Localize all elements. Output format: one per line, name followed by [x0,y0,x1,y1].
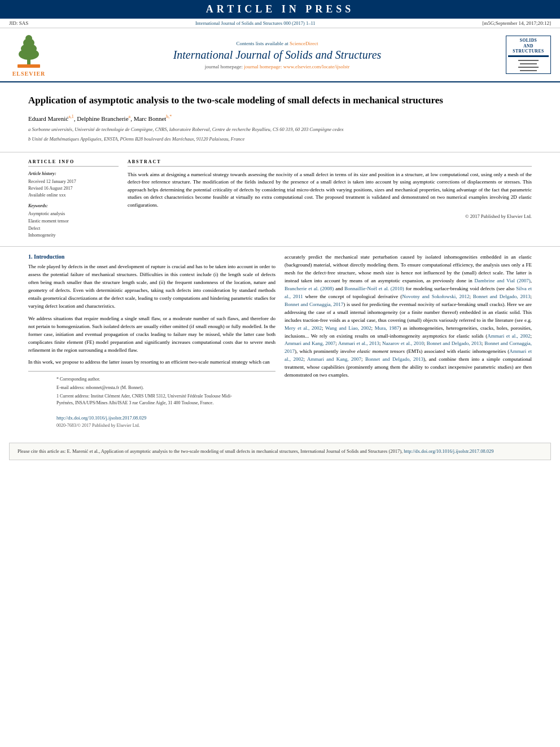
elsevier-logo: ELSEVIER [9,33,49,77]
keyword-3: Defect [28,225,119,233]
keywords-list: Asymptotic analysis Elastic moment tenso… [28,211,119,239]
ref-bonnaillie-2010[interactable]: Bonnaillie-Noël et al. (2010) [344,286,404,291]
article-info-header: ARTICLE INFO [28,159,119,167]
main-column-left: 1. Introduction The role played by defec… [28,254,275,431]
author-brancherie-sup: a [129,114,131,119]
section-number: 1. [28,254,33,260]
license-line: 0020-7683/© 2017 Published by Elsevier L… [28,423,275,431]
ref-bonnet-delgado-2013b[interactable]: Bonnet and Delgado, 2013 [427,340,482,346]
ref-ammari-2013[interactable]: Ammari et al., 2013 [338,340,379,346]
ref-ammari-kang-2007b[interactable]: Ammari and Kang, 2007 [307,356,361,362]
article-title-section: Application of asymptotic analysis to th… [0,82,560,152]
email-footnote: E-mail address: mbonnet@ensta.fr (M. Bon… [56,385,247,391]
keyword-1: Asymptotic analysis [28,211,119,218]
ref-wang-liao-2002[interactable]: Wang and Liao, 2002 [325,325,371,331]
abstract-column: ABSTRACT This work aims at designing a n… [128,159,532,239]
emt-term: elastic moment tensors [357,348,405,354]
author-bonnet: Marc Bonnet [134,115,167,121]
keywords-label: Keywords: [28,203,119,208]
abstract-header: ABSTRACT [128,159,532,167]
available-online: Available online xxx [28,192,119,199]
ref-ammari-kang-2007[interactable]: Ammari and Kang, 2007 [285,340,335,346]
journal-right-logo: SOLIDSANDSTRUCTURES ▬▬▬▬▬▬▬▬▬▬▬▬▬▬▬▬▬▬▬▬… [506,36,551,74]
email-footnote-label: E-mail address: [56,385,85,390]
right-logo-lines: ▬▬▬▬▬▬▬▬▬▬▬▬▬▬▬▬▬▬▬▬▬▬ [508,58,549,72]
right-logo-title: SOLIDSANDSTRUCTURES [508,38,549,54]
elsevier-tree-icon [9,33,49,69]
intro-paragraph-1: The role played by defects in the onset … [28,263,275,311]
revised-date: Revised 16 August 2017 [28,185,119,192]
right-logo-bar [508,55,549,57]
jid-label: JID: SAS [9,20,28,26]
sciencedirect-line: Contents lists available at ScienceDirec… [49,41,506,46]
citation-box: Please cite this article as: E. Marenić … [9,443,551,460]
email-link[interactable]: mbonnet@ensta.fr [86,385,119,390]
ref-bonnet-cornaggia-2017[interactable]: Bonnet and Cornaggia, 2017 [285,302,343,307]
svg-point-5 [25,35,32,42]
elsevier-label: ELSEVIER [12,71,46,77]
section-1-title: 1. Introduction [28,254,275,260]
ref-mery-2002[interactable]: Mery et al., 2002 [285,325,322,331]
ref-nazarov-2010[interactable]: Nazarov et al., 2010 [382,340,424,346]
journal-title: International Journal of Solids and Stru… [49,49,506,62]
affiliation-b: b Unité de Mathématiques Appliquées, ENS… [28,136,532,143]
keyword-4: Inhomogeneity [28,232,119,239]
top-meta: JID: SAS International Journal of Solids… [0,19,560,28]
article-main-title: Application of asymptotic analysis to th… [28,94,532,107]
footnote-1: 1 Current address: Institut Clément Ader… [56,393,247,407]
author-marenic-sup: a,1 [68,114,74,119]
section-label: Introduction [34,254,64,260]
right-col-paragraph-1: accurately predict the mechanical state … [285,254,532,379]
ref-ammari-2002[interactable]: Ammari et al., 2002 [487,333,530,339]
ref-novotny-2012[interactable]: Novotny and Sokołowski, 2012 [402,294,469,299]
doi-line: http://dx.doi.org/10.1016/j.ijsolstr.201… [28,413,275,423]
article-in-press-banner: ARTICLE IN PRESS [0,0,560,19]
citation-doi-link[interactable]: http://dx.doi.org/10.1016/j.ijsolstr.201… [404,448,493,454]
intro-paragraph-2: We address situations that require model… [28,315,275,355]
author-brancherie: Delphine Brancherie [77,115,128,121]
author-marenic: Eduard Marenić [28,115,68,121]
svg-rect-6 [18,64,40,68]
journal-center: Contents lists available at ScienceDirec… [49,41,506,69]
copyright-line: © 2017 Published by Elsevier Ltd. [128,213,532,219]
email-footnote-name: (M. Bonnet). [120,385,144,390]
ref-bonnet-delgado-2013[interactable]: Bonnet and Delgado, 2013 [473,294,531,299]
corresponding-author-note: * Corresponding author. [56,376,247,383]
ref-bonnet-delgado-2013c[interactable]: Bonnet and Delgado, 2013 [365,356,423,362]
received-date: Received 12 January 2017 [28,178,119,185]
journal-header: ELSEVIER Contents lists available at Sci… [0,28,560,82]
author-bonnet-sup: b,* [166,114,172,119]
article-history-content: Received 12 January 2017 Revised 16 Augu… [28,178,119,199]
article-info-column: ARTICLE INFO Article history: Received 1… [28,159,119,239]
main-column-right: accurately predict the mechanical state … [285,254,532,431]
keyword-2: Elastic moment tensor [28,218,119,225]
journal-homepage-link[interactable]: journal homepage: www.elsevier.com/locat… [244,64,349,69]
article-history-label: Article history: [28,171,119,176]
main-content: 1. Introduction The role played by defec… [0,247,560,438]
intro-paragraph-3: In this work, we propose to address the … [28,359,275,366]
ref-label: [m5G;September 14, 2017;20:12] [482,20,551,26]
authors-line: Eduard Marenića,1, Delphine Brancheriea,… [28,114,532,122]
abstract-text: This work aims at designing a numerical … [128,171,532,209]
affiliation-a: a Sorbonne universités, Université de te… [28,126,532,133]
journal-homepage: journal homepage: journal homepage: www.… [49,64,506,69]
journal-link[interactable]: International Journal of Solids and Stru… [195,20,316,26]
sciencedirect-link[interactable]: ScienceDirect [290,41,318,46]
ref-dambrine-2007[interactable]: Dambrine and Vial (2007) [475,278,531,283]
footnotes-area: * Corresponding author. E-mail address: … [28,371,275,413]
doi-link[interactable]: http://dx.doi.org/10.1016/j.ijsolstr.201… [56,415,146,421]
citation-text: Please cite this article as: E. Marenić … [18,448,403,454]
article-body: ARTICLE INFO Article history: Received 1… [0,152,560,247]
ref-brancherie-2008[interactable]: Brancherie et al. (2008) [285,286,334,291]
ref-mura-1987[interactable]: Mura, 1987 [375,325,399,331]
